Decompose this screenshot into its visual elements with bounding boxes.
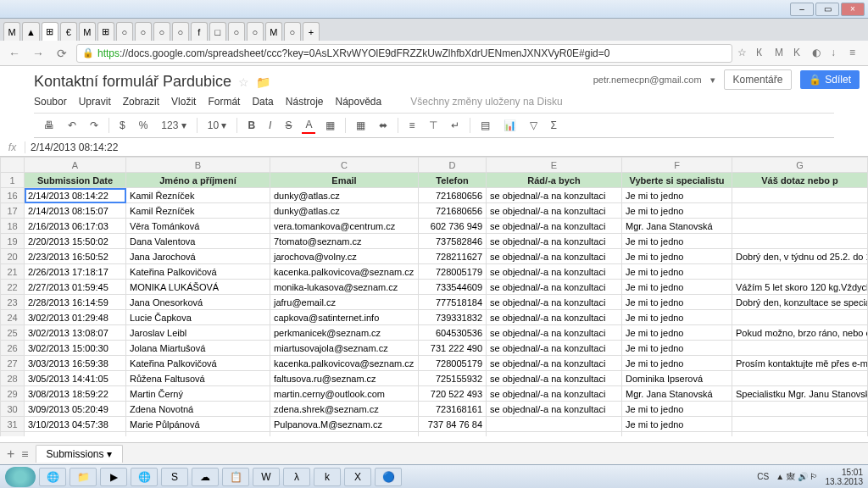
cell[interactable]: 3/10/2013 04:57:38 bbox=[25, 417, 126, 432]
star-icon[interactable]: ☆ bbox=[737, 47, 751, 60]
cell[interactable]: se objednal/-a na konzultaci bbox=[487, 325, 622, 341]
browser-tab[interactable]: € bbox=[60, 22, 77, 41]
reload-button[interactable]: ⟳ bbox=[53, 44, 71, 63]
row-header[interactable]: 30 bbox=[1, 402, 25, 417]
cell[interactable]: kacenka.palkovicova@seznam.cz bbox=[270, 264, 419, 280]
cell[interactable]: Je mi to jedno bbox=[622, 295, 732, 310]
row-header[interactable]: 23 bbox=[1, 295, 25, 310]
browser-tab[interactable]: M bbox=[265, 22, 282, 41]
browser-tab[interactable]: ○ bbox=[153, 22, 170, 41]
menu-data[interactable]: Data bbox=[252, 96, 273, 108]
cell[interactable] bbox=[732, 432, 868, 437]
filter-icon[interactable]: ▽ bbox=[526, 118, 541, 133]
bold-button[interactable]: B bbox=[244, 118, 259, 133]
cell[interactable]: 723168161 bbox=[419, 402, 487, 417]
menu-format[interactable]: Formát bbox=[208, 96, 240, 108]
cell[interactable]: Je mi to jedno bbox=[622, 325, 732, 341]
account-email[interactable]: petr.nemecpn@gmail.com bbox=[593, 75, 702, 85]
cell[interactable]: se objednal/-a na konzultaci bbox=[487, 249, 622, 264]
cell[interactable]: Jolana Miartušová bbox=[126, 341, 270, 356]
window-close-button[interactable]: × bbox=[841, 3, 865, 16]
redo-icon[interactable]: ↷ bbox=[86, 118, 102, 133]
cell[interactable]: 602 736 949 bbox=[419, 219, 487, 234]
header-cell[interactable]: Telefon bbox=[419, 173, 487, 188]
print-icon[interactable]: 🖶 bbox=[41, 118, 58, 133]
header-cell[interactable]: Submission Date bbox=[25, 173, 126, 188]
ext-icon[interactable]: ↓ bbox=[831, 47, 844, 60]
cell[interactable]: Kateřina Palkovičová bbox=[126, 264, 270, 280]
cell[interactable]: faltusova.ru@seznam.cz bbox=[270, 371, 419, 386]
cell[interactable]: 3/08/2013 18:59:22 bbox=[25, 386, 126, 402]
comments-button[interactable]: Komentáře bbox=[724, 69, 793, 90]
taskbar-icon[interactable]: S bbox=[161, 468, 188, 486]
zoom-button[interactable]: 123 ▾ bbox=[158, 118, 189, 133]
browser-tab[interactable]: ○ bbox=[172, 22, 189, 41]
wrap-icon[interactable]: ↵ bbox=[448, 118, 463, 133]
cell[interactable]: vera.tomankova@centrum.cz bbox=[270, 219, 419, 234]
menu-insert[interactable]: Vložit bbox=[171, 96, 196, 108]
cell[interactable]: Vážím 5 let skoro 120 kg.Vždycky j bbox=[732, 280, 868, 295]
cell[interactable]: 2/28/2013 16:14:59 bbox=[25, 295, 126, 310]
row-header[interactable]: 16 bbox=[1, 188, 25, 203]
cell[interactable]: Dominika Ipserová bbox=[622, 371, 732, 386]
cell[interactable]: Mgr. Jana Stanovská bbox=[622, 386, 732, 402]
taskbar-icon[interactable]: 🔵 bbox=[375, 468, 402, 486]
browser-tab[interactable]: + bbox=[303, 22, 320, 41]
insert-icon[interactable]: ▤ bbox=[477, 118, 493, 133]
row-header[interactable]: 22 bbox=[1, 280, 25, 295]
cell[interactable]: Růžena Faltusová bbox=[126, 371, 270, 386]
halign-icon[interactable]: ≡ bbox=[405, 118, 418, 133]
cell[interactable]: se objednal/-a na konzultaci bbox=[487, 264, 622, 280]
cell[interactable]: 720 522 493 bbox=[419, 386, 487, 402]
cell[interactable] bbox=[732, 219, 868, 234]
cell[interactable]: 2/16/2013 06:17:03 bbox=[25, 219, 126, 234]
browser-tab[interactable]: M bbox=[3, 22, 20, 41]
cell[interactable]: se objednal/-a na konzultaci bbox=[487, 356, 622, 371]
share-button[interactable]: 🔒Sdílet bbox=[800, 70, 860, 89]
cell[interactable] bbox=[732, 371, 868, 386]
add-sheet-button[interactable]: + bbox=[7, 446, 14, 462]
cell[interactable]: se objednal/-a na konzultaci bbox=[487, 371, 622, 386]
column-header[interactable]: F bbox=[622, 158, 732, 173]
header-cell[interactable]: Váš dotaz nebo p bbox=[732, 173, 868, 188]
cell[interactable]: Věra Tománková bbox=[126, 219, 270, 234]
cell[interactable]: se objednal/-a na konzultaci bbox=[487, 188, 622, 203]
cell[interactable]: 2/14/2013 08:14:22 bbox=[25, 188, 126, 203]
row-header[interactable]: 25 bbox=[1, 325, 25, 341]
cell[interactable]: MONIKA LUKÁŠOVÁ bbox=[126, 280, 270, 295]
cell[interactable]: se objednal/-a na konzultaci bbox=[487, 295, 622, 310]
all-sheets-button[interactable]: ≡ bbox=[21, 447, 28, 461]
column-header[interactable]: G bbox=[732, 158, 868, 173]
forward-button[interactable]: → bbox=[29, 44, 47, 63]
star-icon[interactable]: ☆ bbox=[238, 75, 249, 89]
cell[interactable]: se objednal/-a na konzultaci bbox=[487, 341, 622, 356]
cell[interactable]: Pulpanova.M@seznam.cz bbox=[270, 417, 419, 432]
cell[interactable]: Lucie Čapkova bbox=[126, 310, 270, 325]
browser-tab[interactable]: ○ bbox=[284, 22, 301, 41]
cell[interactable]: Kamil Řezníček bbox=[126, 203, 270, 219]
cell[interactable]: 2/27/2013 01:59:45 bbox=[25, 280, 126, 295]
column-header[interactable]: C bbox=[270, 158, 419, 173]
cell[interactable]: Je mi to jedno bbox=[622, 310, 732, 325]
cell[interactable]: Je mi to jedno bbox=[622, 264, 732, 280]
cell[interactable]: Je mi to jedno bbox=[622, 356, 732, 371]
cell[interactable]: Jana Onesorková bbox=[126, 295, 270, 310]
window-minimize-button[interactable]: – bbox=[790, 3, 814, 16]
row-header[interactable]: 31 bbox=[1, 417, 25, 432]
cell[interactable]: 737582846 bbox=[419, 234, 487, 249]
cell[interactable]: jafru@email.cz bbox=[270, 295, 419, 310]
browser-tab[interactable]: ○ bbox=[228, 22, 245, 41]
cell[interactable]: Je mi to jedno bbox=[622, 249, 732, 264]
menu-help[interactable]: Nápověda bbox=[335, 96, 381, 108]
row-header[interactable]: 19 bbox=[1, 234, 25, 249]
italic-button[interactable]: I bbox=[265, 118, 275, 133]
cell[interactable]: zdena.shrek@seznam.cz bbox=[270, 402, 419, 417]
ext-icon[interactable]: K bbox=[793, 47, 807, 60]
browser-tab[interactable]: f bbox=[191, 22, 208, 41]
cell[interactable]: Mgr. Jana Stanovská bbox=[622, 219, 732, 234]
cell[interactable]: Pokud možno, brzo ráno, nebo odp bbox=[732, 325, 868, 341]
browser-tab-active[interactable]: ⊞ bbox=[42, 22, 58, 41]
browser-tab[interactable]: ○ bbox=[135, 22, 152, 41]
cell[interactable] bbox=[732, 188, 868, 203]
chart-icon[interactable]: 📊 bbox=[500, 118, 520, 133]
